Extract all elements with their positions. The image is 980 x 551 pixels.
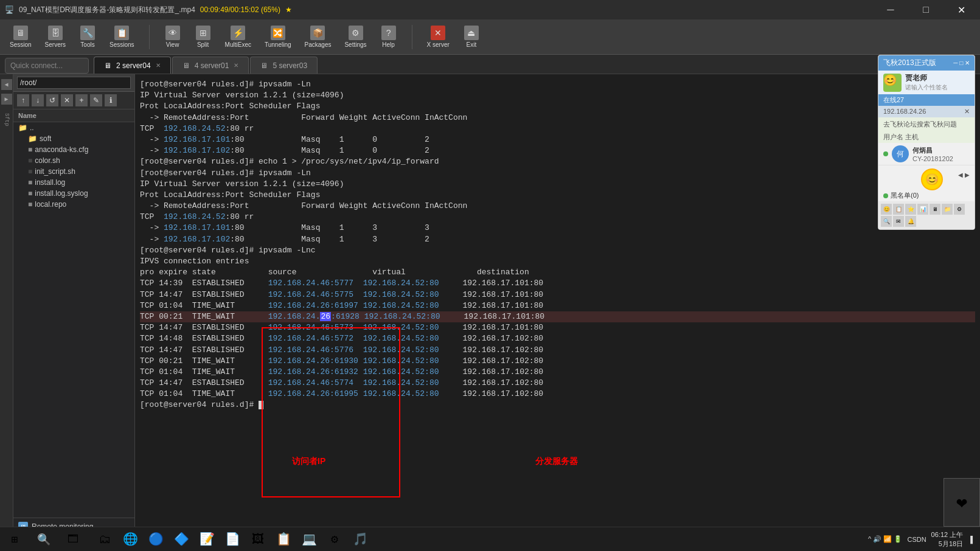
packages-button[interactable]: 📦 Packages (300, 23, 336, 50)
file-icon-install: ■ (28, 178, 32, 187)
tree-item-install[interactable]: ■ install.log (13, 177, 134, 188)
conn-row-3: TCP 01:04 TIME_WAIT 192.168.24.26:61997 … (140, 300, 975, 311)
qq-nav-arrows[interactable]: ◀ ▶ (958, 172, 970, 178)
toolbar-main-group: 🖥 Session 🗄 Servers 🔧 Tools 📋 Sessions (5, 23, 139, 50)
taskbar-chrome[interactable]: 🔵 (144, 528, 168, 551)
tree-item-parent[interactable]: 📁 .. (13, 122, 134, 133)
contact-info: 何炳昌 CY-20181202 (912, 146, 970, 162)
taskbar-app7[interactable]: 🎵 (348, 528, 372, 551)
toolbar-sep-1 (149, 25, 150, 49)
qq-user-status: 诺输入个性签名 (905, 83, 948, 92)
start-button[interactable]: ⊞ (0, 527, 29, 552)
x-server-button[interactable]: ✕ X server (422, 23, 454, 50)
servers-icon: 🗄 (48, 26, 63, 40)
tree-info-btn[interactable]: ℹ (105, 94, 117, 106)
tree-item-color[interactable]: ■ color.sh (13, 155, 134, 166)
tree-item-parent-label: .. (30, 123, 34, 132)
tree-add-btn[interactable]: + (75, 94, 88, 106)
tree-download-btn[interactable]: ↓ (32, 94, 44, 106)
heart-icon: ❤ (956, 491, 967, 514)
qq-tb-9[interactable]: ✉ (893, 216, 904, 227)
tree-upload-btn[interactable]: ↑ (17, 94, 29, 106)
minimize-button[interactable]: ─ (877, 0, 905, 19)
taskbar: ⊞ 🔍 🗔 🗂 🌐 🔵 🔷 📝 📄 🖼 📋 💻 ⚙ 🎵 ^ 🔊 📶 🔋 CSDN… (0, 527, 980, 551)
qq-tb-8[interactable]: 🔍 (881, 216, 892, 227)
qq-tb-7[interactable]: ⚙ (954, 204, 965, 215)
taskbar-pdf[interactable]: 📄 (220, 528, 245, 551)
qq-tb-1[interactable]: 😊 (881, 204, 892, 215)
tree-item-anaconda[interactable]: ■ anaconda-ks.cfg (13, 144, 134, 155)
toolbar-right-group: ✕ X server ⏏ Exit (422, 23, 485, 50)
terminal-line-13: TCP 192.168.24.52:80 rr (140, 212, 975, 223)
split-button[interactable]: ⊞ Split (190, 23, 217, 50)
tab-server01[interactable]: 🖥 4 server01 ✕ (172, 57, 249, 74)
terminal-area[interactable]: [root@server04 rules.d]# ipvsadm -Ln IP … (135, 74, 980, 551)
tree-refresh-btn[interactable]: ↺ (46, 94, 58, 106)
maximize-button[interactable]: □ (912, 0, 940, 19)
search-button[interactable]: 🔍 (29, 527, 58, 552)
conn-row-7: TCP 14:47 ESTABLISHED 192.168.24.46:5776… (140, 345, 975, 356)
sessions-button[interactable]: 📋 Sessions (105, 23, 139, 50)
qq-tb-6[interactable]: 📁 (942, 204, 953, 215)
exit-button[interactable]: ⏏ Exit (458, 23, 485, 50)
tree-item-localrepo[interactable]: ■ local.repo (13, 199, 134, 210)
tree-item-init[interactable]: ■ init_script.sh (13, 166, 134, 177)
task-view-button[interactable]: 🗔 (58, 527, 88, 552)
terminal-line-6: -> 192.168.17.101:80 Masq 1 0 2 (140, 134, 975, 145)
file-tree-header: Name (13, 109, 134, 122)
taskbar-app6[interactable]: ⚙ (322, 528, 347, 551)
tab-server04[interactable]: 🖥 2 server04 ✕ (94, 57, 171, 74)
file-icon-syslog: ■ (28, 189, 32, 198)
taskbar-app5[interactable]: 💻 (297, 528, 321, 551)
terminal-line-8: [root@server04 rules.d]# echo 1 > /proc/… (140, 156, 975, 167)
quick-connect-input[interactable] (10, 61, 83, 70)
qq-search-close[interactable]: ✕ (964, 108, 970, 116)
toolbar-sep-2 (412, 25, 412, 49)
terminal-line-12: -> RemoteAddress:Port Forward Weight Act… (140, 201, 975, 212)
qq-tb-2[interactable]: 📋 (893, 204, 904, 215)
tools-button[interactable]: 🔧 Tools (74, 23, 101, 50)
settings-button[interactable]: ⚙ Settings (339, 23, 371, 50)
taskbar-explorer[interactable]: 🗂 (92, 528, 117, 551)
sidebar-icon-2[interactable]: ▶ (1, 94, 12, 105)
file-tree-toolbar: ↑ ↓ ↺ ✕ + ✎ ℹ (13, 92, 134, 109)
sidebar-icon-1[interactable]: ◀ (1, 79, 12, 90)
taskbar-desktop-btn[interactable]: ▐ (968, 536, 973, 543)
qq-tb-3[interactable]: ⭐ (905, 204, 916, 215)
conn-row-6: TCP 14:48 ESTABLISHED 192.168.24.46:5772… (140, 333, 975, 344)
qq-yellow-circle[interactable]: 😊 (921, 168, 943, 190)
tab-server03[interactable]: 🖥 5 server03 (250, 57, 318, 74)
terminal-line-14: -> 192.168.17.101:80 Masq 1 3 3 (140, 223, 975, 234)
help-button[interactable]: ? Help (375, 23, 402, 50)
view-button[interactable]: 👁 View (159, 23, 186, 50)
qq-tb-5[interactable]: 🖥 (930, 204, 940, 215)
close-button[interactable]: ✕ (947, 0, 975, 19)
taskbar-right: ^ 🔊 📶 🔋 CSDN 06:12 上午 5月18日 ▐ (861, 530, 980, 549)
qq-search-ip: 192.168.24.26 (883, 108, 926, 116)
qq-close-btn[interactable]: ─ □ ✕ (953, 60, 970, 66)
taskbar-edge[interactable]: 🌐 (118, 528, 142, 551)
qq-tb-10[interactable]: 🔔 (905, 216, 916, 227)
tree-item-color-label: color.sh (35, 156, 60, 165)
taskbar-ie[interactable]: 🔷 (169, 528, 193, 551)
settings-icon: ⚙ (349, 26, 363, 40)
tree-edit-btn[interactable]: ✎ (90, 94, 102, 106)
conn-row-4-highlighted: TCP 00:21 TIME_WAIT 192.168.24.26:61928 … (140, 311, 975, 322)
contact-id: CY-20181202 (912, 155, 970, 162)
taskbar-photos[interactable]: 🖼 (246, 528, 270, 551)
session-button[interactable]: 🖥 Session (5, 23, 36, 50)
tunneling-button[interactable]: 🔀 Tunneling (260, 23, 296, 50)
taskbar-word[interactable]: 📝 (195, 528, 219, 551)
tree-item-soft[interactable]: 📁 soft (13, 133, 134, 144)
qq-search-results-header: 去飞秋论坛搜索飞秋问题 (878, 117, 975, 131)
qq-tb-4[interactable]: 📊 (917, 204, 928, 215)
taskbar-notepad[interactable]: 📋 (271, 528, 296, 551)
tab-server01-close[interactable]: ✕ (234, 62, 238, 69)
multiexec-button[interactable]: ⚡ MultiExec (220, 23, 256, 50)
tab-server04-close[interactable]: ✕ (156, 62, 161, 69)
tree-item-anaconda-label: anaconda-ks.cfg (35, 145, 88, 154)
tree-delete-btn[interactable]: ✕ (61, 94, 73, 106)
servers-button[interactable]: 🗄 Servers (40, 23, 71, 50)
path-input[interactable] (17, 77, 131, 89)
tree-item-syslog[interactable]: ■ install.log.syslog (13, 188, 134, 199)
